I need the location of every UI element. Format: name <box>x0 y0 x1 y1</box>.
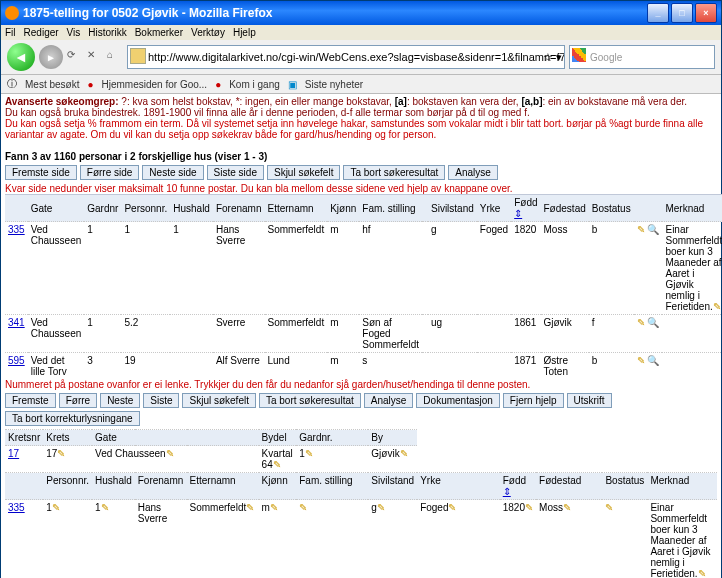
btn-analyse-2[interactable]: Analyse <box>364 393 414 408</box>
reload-icon[interactable]: ⟳ <box>67 49 83 65</box>
btn-prev-page[interactable]: Førre side <box>80 165 140 180</box>
row-id-link[interactable]: 341 <box>8 317 25 328</box>
menu-bar: Fil Rediger Vis Historikk Bokmerker Verk… <box>1 25 721 40</box>
home-icon[interactable]: ⌂ <box>107 49 123 65</box>
paging-tip: Kvar side nedunder viser maksimalt 10 fu… <box>5 183 513 194</box>
bookmark-item[interactable]: Hjemmesiden for Goo... <box>102 79 208 90</box>
btn-remove-corrections[interactable]: Ta bort korrekturlysningane <box>5 411 140 426</box>
edit-icon[interactable]: ✎ <box>637 355 645 366</box>
btn-documentation[interactable]: Dokumentasjon <box>416 393 499 408</box>
maximize-button[interactable]: □ <box>671 3 693 23</box>
btn-last[interactable]: Siste <box>143 393 179 408</box>
bookmark-toolbar: ⓘ Mest besøkt ●Hjemmesiden for Goo... ●K… <box>1 75 721 94</box>
table-row: 3351✎1✎Hans SverreSommerfeldt✎m✎✎g✎Foged… <box>5 500 717 579</box>
table-row: 341Ved Chausseen15.2SverreSommerfeldtmSø… <box>5 315 722 353</box>
btn-analyse[interactable]: Analyse <box>448 165 498 180</box>
btn-clear-result-2[interactable]: Ta bort søkeresultat <box>259 393 361 408</box>
row-id-link[interactable]: 595 <box>8 355 25 366</box>
household-header-table: KretsnrKretsGateBydelGardnr.By 17 17✎ Ve… <box>5 429 717 578</box>
edit-icon[interactable]: ✎ <box>270 502 278 513</box>
bookmarks-label: Mest besøkt <box>25 79 79 90</box>
forward-button[interactable]: ► <box>39 45 63 69</box>
menu-historikk[interactable]: Historikk <box>88 27 126 38</box>
btn-hide-search[interactable]: Skjul søkefelt <box>267 165 340 180</box>
magnify-icon[interactable]: 🔍 <box>647 355 659 366</box>
menu-hjelp[interactable]: Hjelp <box>233 27 256 38</box>
btn-clear-result[interactable]: Ta bort søkeresultat <box>343 165 445 180</box>
stop-icon[interactable]: ✕ <box>87 49 103 65</box>
magnify-icon[interactable]: 🔍 <box>647 317 659 328</box>
back-button[interactable]: ◄ <box>7 43 35 71</box>
bookmark-item[interactable]: Kom i gang <box>229 79 280 90</box>
menu-verktoy[interactable]: Verktøy <box>191 27 225 38</box>
magnify-icon[interactable]: 🔍 <box>647 224 659 235</box>
close-button[interactable]: × <box>695 3 717 23</box>
nav-toolbar: ◄ ► ⟳ ✕ ⌂ http://www.digitalarkivet.no/c… <box>1 40 721 75</box>
link-note: Nummeret på postane ovanfor er ei lenke.… <box>5 379 530 390</box>
btn-remove-help[interactable]: Fjern hjelp <box>503 393 564 408</box>
sort-fodd-icon[interactable]: ⇕ <box>514 208 522 219</box>
btn-first[interactable]: Fremste <box>5 393 56 408</box>
btn-hide-search-2[interactable]: Skjul søkefelt <box>182 393 255 408</box>
menu-fil[interactable]: Fil <box>5 27 16 38</box>
row-id-link[interactable]: 335 <box>8 502 25 513</box>
edit-icon[interactable]: ✎ <box>563 502 571 513</box>
btn-next[interactable]: Neste <box>100 393 140 408</box>
window-title: 1875-telling for 0502 Gjøvik - Mozilla F… <box>23 6 272 20</box>
minimize-button[interactable]: _ <box>647 3 669 23</box>
btn-first-page[interactable]: Fremste side <box>5 165 77 180</box>
btn-print[interactable]: Utskrift <box>567 393 612 408</box>
url-bar[interactable]: http://www.digitalarkivet.no/cgi-win/Web… <box>127 45 565 69</box>
bookmark-item[interactable]: Siste nyheter <box>305 79 363 90</box>
edit-icon[interactable]: ✎ <box>52 502 60 513</box>
edit-icon[interactable]: ✎ <box>377 502 385 513</box>
btn-next-page[interactable]: Neste side <box>142 165 203 180</box>
edit-icon[interactable]: ✎ <box>273 459 281 470</box>
result-count: Fann 3 av 1160 personar i 2 forskjellige… <box>5 151 267 162</box>
table-row: 335Ved Chausseen111Hans SverreSommerfeld… <box>5 222 722 315</box>
menu-rediger[interactable]: Rediger <box>24 27 59 38</box>
edit-icon[interactable]: ✎ <box>448 502 456 513</box>
btn-last-page[interactable]: Siste side <box>207 165 264 180</box>
edit-icon[interactable]: ✎ <box>400 448 408 459</box>
search-box[interactable]: Google <box>569 45 715 69</box>
edit-icon[interactable]: ✎ <box>605 502 613 513</box>
edit-icon[interactable]: ✎ <box>637 224 645 235</box>
btn-prev[interactable]: Førre <box>59 393 97 408</box>
table-row: 595Ved det lille Torv319Alf SverreLundms… <box>5 353 722 380</box>
edit-icon[interactable]: ✎ <box>713 301 721 312</box>
search-help: Avanserte søkeomgrep: ?: kva som helst b… <box>5 96 717 140</box>
button-row-1: Fremste side Førre side Neste side Siste… <box>5 165 717 180</box>
edit-icon[interactable]: ✎ <box>698 568 706 578</box>
edit-icon[interactable]: ✎ <box>637 317 645 328</box>
sort-fodd2-icon[interactable]: ⇕ <box>503 486 511 497</box>
row-id-link[interactable]: 335 <box>8 224 25 235</box>
edit-icon[interactable]: ✎ <box>305 448 313 459</box>
edit-icon[interactable]: ✎ <box>246 502 254 513</box>
results-table-1: GateGardnrPersonnr.HushaldForenamnEttern… <box>5 194 722 379</box>
menu-vis[interactable]: Vis <box>67 27 81 38</box>
edit-icon[interactable]: ✎ <box>299 502 307 513</box>
kretsnr-link[interactable]: 17 <box>8 448 19 459</box>
edit-icon[interactable]: ✎ <box>166 448 174 459</box>
menu-bokmerker[interactable]: Bokmerker <box>135 27 183 38</box>
firefox-icon <box>5 6 19 20</box>
edit-icon[interactable]: ✎ <box>525 502 533 513</box>
button-row-2: Fremste Førre Neste Siste Skjul søkefelt… <box>5 393 717 426</box>
edit-icon[interactable]: ✎ <box>101 502 109 513</box>
window-titlebar: 1875-telling for 0502 Gjøvik - Mozilla F… <box>1 1 721 25</box>
edit-icon[interactable]: ✎ <box>57 448 65 459</box>
